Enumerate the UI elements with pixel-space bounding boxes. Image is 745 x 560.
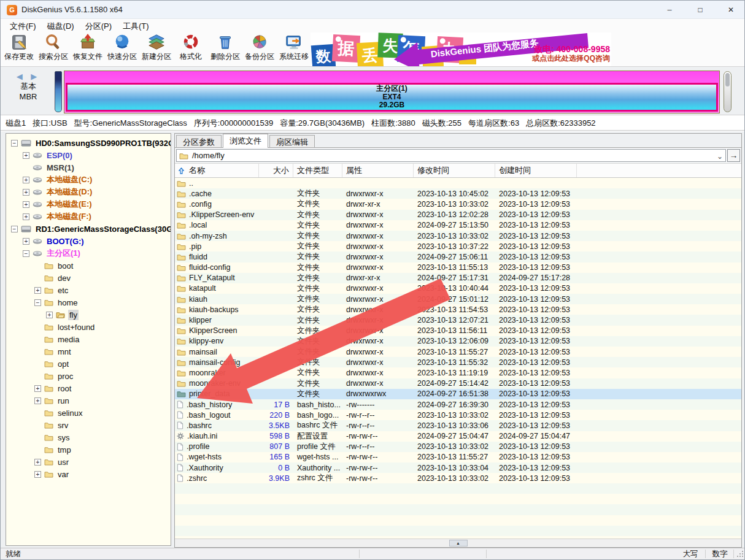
file-row-mainsail-config[interactable]: mainsail-config文件夹drwxrwxr-x2023-10-13 1… <box>175 357 741 367</box>
file-row-klippy-env[interactable]: klippy-env文件夹drwxrwxr-x2023-10-13 12:06:… <box>175 336 741 347</box>
file-row-mainsail[interactable]: mainsail文件夹drwxrwxr-x2023-10-13 11:55:27… <box>175 347 741 357</box>
maximize-button[interactable] <box>695 5 705 15</box>
column-header-2[interactable]: 文件类型 <box>293 164 342 177</box>
file-row-fluidd-config[interactable]: fluidd-config文件夹drwxrwxr-x2023-10-13 11:… <box>175 263 741 273</box>
minimize-button[interactable] <box>665 5 674 15</box>
chevron-down-icon[interactable] <box>717 150 723 161</box>
expand-plus-icon[interactable]: + <box>34 397 41 404</box>
column-header-0[interactable]: 名称 <box>175 164 259 177</box>
path-combobox[interactable]: /home/fly <box>176 149 726 162</box>
column-header-3[interactable]: 属性 <box>342 164 414 177</box>
tree-item-opt[interactable]: opt <box>6 358 171 370</box>
tree-item-fly[interactable]: +fly <box>6 309 171 321</box>
tree-item-usr[interactable]: +usr <box>6 456 171 468</box>
recover-files-button[interactable]: 恢复文件 <box>71 33 105 66</box>
tree-item-lost+found[interactable]: lost+found <box>6 321 171 333</box>
file-row-.bashrc[interactable]: .bashrc3.5KBbashrc 文件-rw-r--r--2023-10-1… <box>175 420 741 431</box>
file-row-klipperscreen[interactable]: KlipperScreen文件夹drwxrwxr-x2023-10-13 11:… <box>175 326 741 336</box>
expand-plus-icon[interactable]: + <box>34 459 41 466</box>
tab-browse-files[interactable]: 浏览文件 <box>223 134 268 148</box>
save-changes-button[interactable]: 保存更改 <box>2 33 36 66</box>
partition-bar-scrollbar[interactable] <box>724 71 731 112</box>
tree-item-var[interactable]: +var <box>6 468 171 480</box>
expand-plus-icon[interactable]: + <box>34 385 41 392</box>
file-row-.oh-my-zsh[interactable]: .oh-my-zsh文件夹drwxrwxr-x2023-10-13 10:33:… <box>175 231 741 241</box>
menu-item-file[interactable]: 文件(F) <box>4 20 42 33</box>
search-partition-button[interactable]: 搜索分区 <box>36 33 71 66</box>
file-row-.klipperscreen-env[interactable]: .KlipperScreen-env文件夹drwxrwxr-x2023-10-1… <box>175 210 741 220</box>
tree-item-hd0samsungssd990pro1tb932gb[interactable]: −HD0:SamsungSSD990PRO1TB(932GB) <box>6 137 171 149</box>
expand-plus-icon[interactable]: + <box>23 238 29 245</box>
tree-item-c[interactable]: +本地磁盘(C:) <box>6 174 171 186</box>
current-path[interactable]: /home/fly <box>192 151 717 160</box>
file-row-.xauthority[interactable]: .Xauthority0 BXauthority ...-rw-rw-r--20… <box>175 462 741 473</box>
close-button[interactable] <box>726 5 736 15</box>
banner-phone-number[interactable]: 致电: 400-008-9958 <box>532 45 610 54</box>
expand-plus-icon[interactable]: + <box>23 177 29 183</box>
file-row-.bash_history[interactable]: .bash_history17 Bbash_histo...-rw-------… <box>175 399 741 410</box>
tree-item-rd1genericmassstorageclass30gb[interactable]: −RD1:GenericMassStorageClass(30GB) <box>6 223 171 235</box>
tree-item-esp0[interactable]: +ESP(0) <box>6 149 171 161</box>
expand-plus-icon[interactable]: + <box>23 213 29 220</box>
tree-item-root[interactable]: +root <box>6 382 171 394</box>
collapse-minus-icon[interactable]: − <box>11 226 18 232</box>
file-row-klipper[interactable]: klipper文件夹drwxrwxr-x2023-10-13 12:07:212… <box>175 315 741 325</box>
banner-qq-link[interactable]: 或点击此处选择QQ咨询 <box>532 54 610 63</box>
tree-item-run[interactable]: +run <box>6 394 171 407</box>
promo-banner[interactable]: 数据丢失怎么办! DiskGenius 团队为您服务 致电: 400-008-9… <box>311 33 611 66</box>
tab-partition-params[interactable]: 分区参数 <box>176 135 222 147</box>
tree-item-srv[interactable]: srv <box>6 419 171 431</box>
file-row-.bash_logout[interactable]: .bash_logout220 Bbash_logo...-rw-r--r--2… <box>175 410 741 420</box>
file-row-.profile[interactable]: .profile807 Bprofile 文件-rw-r--r--2023-10… <box>175 442 741 452</box>
column-header-4[interactable]: 修改时间 <box>414 164 495 177</box>
tree-item-mnt[interactable]: mnt <box>6 345 171 358</box>
tree-item-msr1[interactable]: MSR(1) <box>6 161 171 174</box>
column-header-5[interactable]: 创建时间 <box>495 164 577 177</box>
column-header-1[interactable]: 大小 <box>259 164 293 177</box>
tree-item-selinux[interactable]: selinux <box>6 407 171 419</box>
expand-plus-icon[interactable]: + <box>23 152 29 159</box>
expand-plus-icon[interactable]: + <box>23 189 29 196</box>
file-row-printer_data[interactable]: printer_data文件夹drwxrwxrwx2024-09-27 16:5… <box>175 389 741 399</box>
next-disk-arrow-icon[interactable] <box>31 72 40 81</box>
tree-item-e[interactable]: +本地磁盘(E:) <box>6 198 171 210</box>
file-row-kiauh[interactable]: kiauh文件夹drwxrwxr-x2024-09-27 15:01:12202… <box>175 294 741 304</box>
format-button[interactable]: 格式化 <box>174 33 208 66</box>
file-row-.cache[interactable]: .cache文件夹drwxrwxr-x2023-10-13 10:45:0220… <box>175 188 741 199</box>
prev-disk-arrow-icon[interactable] <box>17 72 26 81</box>
file-row-.pip[interactable]: .pip文件夹drwxrwxr-x2023-10-13 10:37:222023… <box>175 241 741 251</box>
collapse-minus-icon[interactable]: − <box>11 140 18 147</box>
tree-item-dev[interactable]: dev <box>6 272 171 284</box>
menu-item-partition[interactable]: 分区(P) <box>80 20 117 33</box>
expand-plus-icon[interactable]: + <box>34 287 41 294</box>
banner-contact[interactable]: 致电: 400-008-9958 或点击此处选择QQ咨询 <box>532 45 610 63</box>
tree-item-bootg[interactable]: +BOOT(G:) <box>6 235 171 247</box>
quick-partition-button[interactable]: 快速分区 <box>105 33 139 66</box>
tree-item-proc[interactable]: proc <box>6 370 171 382</box>
go-button[interactable] <box>727 149 740 162</box>
collapse-minus-icon[interactable]: − <box>34 299 41 306</box>
expand-plus-icon[interactable]: + <box>46 312 53 318</box>
file-row-fly_katapult[interactable]: FLY_Katapult文件夹drwxr-xr-x2024-09-27 15:1… <box>175 273 741 283</box>
new-partition-button[interactable]: 新建分区 <box>139 33 174 66</box>
collapse-panel-button[interactable] <box>449 540 468 547</box>
expand-plus-icon[interactable]: + <box>34 471 41 478</box>
tree-item-etc[interactable]: +etc <box>6 284 171 296</box>
file-row-katapult[interactable]: katapult文件夹drwxrwxr-x2023-10-13 10:40:44… <box>175 283 741 294</box>
expand-plus-icon[interactable]: + <box>23 201 29 208</box>
file-row-.wget-hsts[interactable]: .wget-hsts165 Bwget-hsts ...-rw-rw-r--20… <box>175 452 741 462</box>
scrollbar-thumb[interactable] <box>725 73 730 86</box>
file-row-.local[interactable]: .local文件夹drwxrwxr-x2024-09-27 15:13:5020… <box>175 220 741 231</box>
menu-item-disk[interactable]: 磁盘(D) <box>42 20 80 33</box>
disk-partition-bar[interactable]: 主分区(1) EXT4 29.2GB <box>64 71 720 113</box>
tree-item-1[interactable]: −主分区(1) <box>6 247 171 259</box>
file-row-.zshrc[interactable]: .zshrc3.9KBzshrc 文件-rw-rw-r--2023-10-13 … <box>175 473 741 483</box>
collapse-minus-icon[interactable]: − <box>23 250 29 257</box>
tab-sector-edit[interactable]: 扇区编辑 <box>269 135 315 147</box>
file-row-moonraker-env[interactable]: moonraker-env文件夹drwxrwxr-x2024-09-27 15:… <box>175 378 741 389</box>
file-row-moonraker[interactable]: moonraker文件夹drwxrwxr-x2023-10-13 11:19:1… <box>175 367 741 378</box>
tree-item-tmp[interactable]: tmp <box>6 443 171 456</box>
tree-item-boot[interactable]: boot <box>6 259 171 272</box>
backup-partition-button[interactable]: 备份分区 <box>242 33 277 66</box>
system-migrate-button[interactable]: 系统迁移 <box>277 33 311 66</box>
